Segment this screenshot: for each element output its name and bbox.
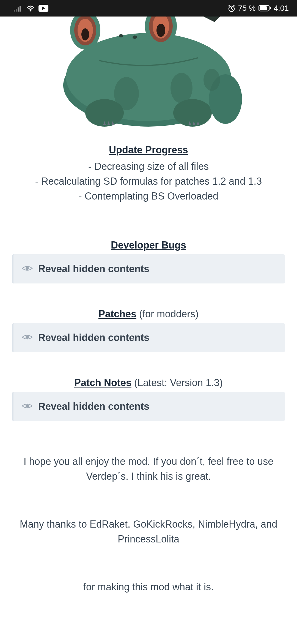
svg-point-18 <box>81 28 89 40</box>
svg-rect-3 <box>20 6 21 12</box>
patches-heading: Patches (for modders) <box>12 308 285 320</box>
patch-notes-suffix: (Latest: Version 1.3) <box>131 377 223 388</box>
spoiler-label: Reveal hidden contents <box>38 263 149 275</box>
signal-icon <box>14 5 23 12</box>
spoiler-label: Reveal hidden contents <box>38 332 149 343</box>
patches-title: Patches <box>98 308 136 320</box>
patches-suffix: (for modders) <box>136 308 199 320</box>
eye-icon <box>22 333 33 342</box>
closing-paragraph-1: I hope you all enjoy the mod. If you don… <box>12 454 285 484</box>
update-item-2: - Recalculating SD formulas for patches … <box>12 174 285 189</box>
svg-rect-1 <box>16 9 17 12</box>
svg-point-4 <box>30 10 31 12</box>
patch-notes-heading: Patch Notes (Latest: Version 1.3) <box>12 377 285 389</box>
status-left <box>14 5 48 12</box>
closing-paragraph-2: Many thanks to EdRaket, GoKickRocks, Nim… <box>12 517 285 547</box>
wifi-icon <box>26 5 35 12</box>
closing-paragraph-3: for making this mod what it is. <box>12 580 285 594</box>
svg-point-30 <box>26 404 29 408</box>
svg-rect-9 <box>270 7 271 9</box>
svg-point-29 <box>26 335 29 339</box>
spoiler-patch-notes[interactable]: Reveal hidden contents <box>12 392 285 421</box>
svg-point-28 <box>26 267 29 270</box>
spoiler-label: Reveal hidden contents <box>38 401 149 412</box>
svg-point-24 <box>133 36 137 39</box>
dev-bugs-heading: Developer Bugs <box>12 239 285 251</box>
post-image <box>12 17 285 128</box>
clock-time: 4:01 <box>274 4 289 13</box>
eye-icon <box>22 264 33 273</box>
svg-point-26 <box>170 73 193 103</box>
svg-point-22 <box>156 24 165 37</box>
alarm-icon <box>228 4 235 12</box>
battery-percent: 75 % <box>238 4 256 13</box>
svg-rect-2 <box>18 7 19 12</box>
update-item-3: - Contemplating BS Overloaded <box>12 189 285 204</box>
post-content: Update Progress - Decreasing size of all… <box>0 17 297 644</box>
youtube-icon <box>38 5 48 12</box>
spoiler-patches[interactable]: Reveal hidden contents <box>12 323 285 352</box>
svg-point-27 <box>204 69 220 91</box>
update-progress-title: Update Progress <box>109 144 188 155</box>
svg-point-25 <box>114 77 139 110</box>
status-right: 75 % 4:01 <box>228 4 289 13</box>
svg-rect-8 <box>260 6 267 10</box>
spoiler-dev-bugs[interactable]: Reveal hidden contents <box>12 254 285 283</box>
dev-bugs-title: Developer Bugs <box>111 239 186 251</box>
patch-notes-title: Patch Notes <box>74 377 131 388</box>
svg-point-13 <box>173 99 212 127</box>
svg-rect-0 <box>14 10 15 12</box>
creature-image <box>50 17 248 127</box>
update-item-1: - Decreasing size of all files <box>12 159 285 174</box>
eye-icon <box>22 402 33 411</box>
status-bar: 75 % 4:01 <box>0 0 297 17</box>
update-progress-section: Update Progress - Decreasing size of all… <box>12 144 285 204</box>
battery-icon <box>258 5 271 12</box>
svg-point-23 <box>119 34 123 37</box>
